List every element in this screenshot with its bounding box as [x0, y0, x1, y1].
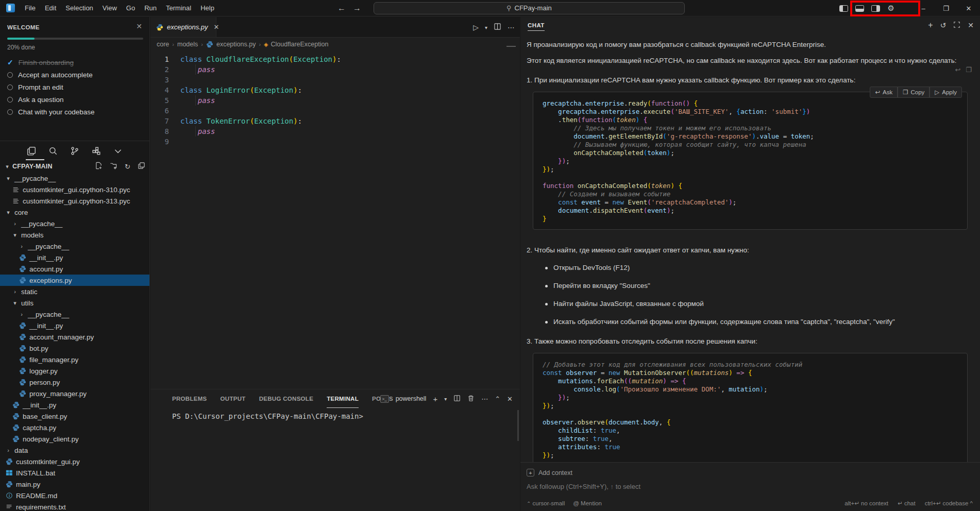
extensions-icon[interactable] [91, 146, 102, 156]
refresh-icon[interactable]: ↻ [125, 163, 130, 171]
tree-item-person-py[interactable]: person.py [0, 377, 149, 388]
history-back-icon[interactable]: ← [337, 4, 346, 13]
shell-label[interactable]: powershell [396, 395, 427, 402]
code-line[interactable]: 9 [150, 137, 520, 147]
more-actions-icon[interactable]: ⋯ [481, 395, 488, 403]
history-forward-icon[interactable]: → [353, 4, 361, 13]
explorer-header[interactable]: ▾ CFPAY-MAIN ↻ [0, 160, 149, 173]
tree-item--pycache-[interactable]: ›__pycache__ [0, 241, 149, 252]
tree-item--pycache-[interactable]: ›__pycache__ [0, 218, 149, 229]
command-center-search[interactable]: ⚲ CFPay-main [374, 2, 685, 14]
tree-item-nodepay-client-py[interactable]: nodepay_client.py [0, 433, 149, 445]
tree-item-proxy-manager-py[interactable]: proxy_manager.py [0, 388, 149, 399]
menu-go[interactable]: Go [122, 0, 140, 16]
menu-file[interactable]: File [20, 0, 40, 16]
breadcrumb-models[interactable]: models [177, 41, 198, 48]
window-minimize-button[interactable]: – [912, 0, 935, 16]
toggle-left-panel-icon[interactable] [839, 5, 848, 12]
menu-view[interactable]: View [98, 0, 122, 16]
tree-item-static[interactable]: ›static [0, 286, 149, 297]
code-line[interactable]: 7class TokenError(Exception): [150, 116, 520, 126]
tree-item-requirements-txt[interactable]: requirements.txt [0, 501, 149, 511]
tab-exceptions-py[interactable]: exceptions.py ✕ [150, 17, 216, 37]
window-restore-button[interactable]: ❐ [935, 0, 957, 16]
tree-item-models[interactable]: ▾models [0, 229, 149, 241]
chat-history-icon[interactable]: ↺ [940, 21, 947, 29]
tree-item-customtkinter-gui-cpython-313-pyc[interactable]: customtkinter_gui.cpython-313.pyc [0, 195, 149, 207]
tree-item-account-manager-py[interactable]: account_manager.py [0, 331, 149, 343]
add-context-button[interactable]: + Add context [527, 469, 973, 476]
code-editor[interactable]: 1class CloudflareException(Exception):2 … [150, 51, 520, 147]
chat-input-placeholder[interactable]: Ask followup (Ctrl+Shift+Y), ↑ to select [527, 483, 973, 490]
tree-item-bot-py[interactable]: bot.py [0, 343, 149, 354]
menu-edit[interactable]: Edit [40, 0, 61, 16]
code-line[interactable]: 6 [150, 106, 520, 116]
code-line[interactable]: 8 pass [150, 126, 520, 137]
search-icon[interactable] [48, 146, 58, 156]
ask-code-button[interactable]: ↩Ask [870, 87, 898, 98]
files-icon[interactable] [26, 146, 37, 156]
welcome-close-icon[interactable]: ✕ [136, 22, 142, 30]
close-chat-icon[interactable]: ✕ [968, 21, 974, 29]
tree-item--init-py[interactable]: __init__.py [0, 399, 149, 411]
window-close-button[interactable]: ✕ [957, 0, 980, 16]
code-line[interactable]: 2 pass [150, 64, 520, 75]
split-editor-icon[interactable] [494, 23, 501, 32]
tree-item-base-client-py[interactable]: base_client.py [0, 411, 149, 422]
undo-icon[interactable]: ↩ [955, 65, 960, 75]
onboarding-task[interactable]: Chat with your codebase [7, 106, 143, 118]
apply-code-button[interactable]: ▷Apply [930, 87, 962, 98]
chat-message-area[interactable]: Я проанализирую код и помогу вам разобра… [520, 33, 980, 462]
onboarding-task[interactable]: Ask a question [7, 93, 143, 106]
tree-item--pycache-[interactable]: ›__pycache__ [0, 309, 149, 320]
menu-help[interactable]: Help [196, 0, 219, 16]
copy-code-button[interactable]: ❐Copy [898, 87, 930, 98]
collapse-folders-icon[interactable] [138, 162, 145, 171]
tree-item-readme-md[interactable]: README.md [0, 490, 149, 501]
panel-tab-output[interactable]: OUTPUT [221, 389, 246, 408]
tree-item--init-py[interactable]: __init__.py [0, 252, 149, 263]
menu-selection[interactable]: Selection [61, 0, 97, 16]
breadcrumb-exceptions-py[interactable]: exceptions.py [206, 41, 256, 48]
tree-item-install-bat[interactable]: INSTALL.bat [0, 467, 149, 479]
tree-item-customtkinter-gui-py[interactable]: customtkinter_gui.py [0, 456, 149, 467]
maximize-panel-chevron-icon[interactable]: ⌃ [495, 395, 500, 403]
onboarding-task[interactable]: ✓Finish onboarding [7, 56, 143, 69]
keybinding-hint[interactable]: ↵ chat [898, 500, 916, 507]
onboarding-task[interactable]: Accept an autocomplete [7, 69, 143, 81]
new-file-icon[interactable] [95, 162, 103, 171]
source-control-icon[interactable] [70, 146, 80, 156]
chat-tab[interactable]: CHAT [528, 22, 545, 31]
tree-item--init-py[interactable]: __init__.py [0, 320, 149, 331]
tree-item-core[interactable]: ▾core [0, 207, 149, 218]
tree-item-logger-py[interactable]: logger.py [0, 365, 149, 377]
run-dropdown-chevron-icon[interactable]: ▾ [485, 25, 487, 30]
breadcrumb-cloudflareexception[interactable]: ◈CloudflareException [264, 41, 328, 48]
more-actions-icon[interactable]: ⋯ [508, 23, 515, 31]
code-line[interactable]: 3 [150, 75, 520, 85]
settings-gear-icon[interactable]: ⚙ [888, 4, 894, 13]
keybinding-hint[interactable]: alt+↵ no context [844, 500, 888, 507]
tree-item-data[interactable]: ›data [0, 445, 149, 456]
code-line[interactable]: 4class LoginError(Exception): [150, 85, 520, 95]
expand-chat-icon[interactable] [953, 21, 960, 30]
mention-button[interactable]: @ Mention [573, 500, 602, 506]
code-line[interactable]: 5 pass [150, 95, 520, 106]
tree-item-main-py[interactable]: main.py [0, 479, 149, 490]
keybinding-hint[interactable]: ctrl+↵ codebase ^ [925, 500, 973, 507]
toggle-bottom-panel-icon[interactable] [855, 5, 864, 12]
breadcrumb-core[interactable]: core [157, 41, 169, 48]
tree-item--pycache-[interactable]: ▾__pycache__ [0, 173, 149, 184]
new-chat-plus-icon[interactable]: + [928, 21, 933, 30]
code-line[interactable]: 1class CloudflareException(Exception): [150, 54, 520, 64]
scrollbar-thumb[interactable] [506, 46, 516, 47]
copy-icon[interactable]: ❐ [966, 65, 972, 75]
new-folder-icon[interactable] [110, 162, 117, 171]
chevron-down-icon[interactable] [113, 146, 123, 156]
tree-item-account-py[interactable]: account.py [0, 263, 149, 275]
kill-terminal-trash-icon[interactable] [467, 395, 475, 403]
close-panel-icon[interactable]: ✕ [507, 395, 513, 403]
menu-terminal[interactable]: Terminal [161, 0, 196, 16]
toggle-right-panel-icon[interactable] [871, 5, 880, 12]
run-python-file-icon[interactable]: ▷ [473, 23, 479, 31]
